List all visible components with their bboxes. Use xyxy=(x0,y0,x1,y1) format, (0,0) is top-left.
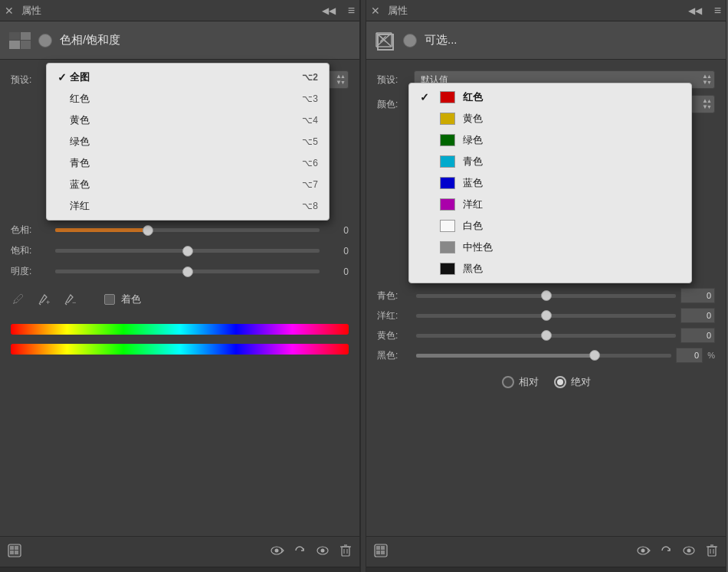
left-eye-arrow-icon[interactable] xyxy=(269,544,284,560)
svg-line-2 xyxy=(65,303,67,305)
cyan-track[interactable] xyxy=(416,294,676,298)
right-menu-icon[interactable]: ≡ xyxy=(714,4,721,18)
black-label: 黑色: xyxy=(377,349,412,362)
selective-icon xyxy=(375,32,395,49)
right-arrows-icon[interactable]: ◀◀ xyxy=(688,5,702,16)
brightness-track[interactable] xyxy=(55,270,320,273)
color-item-white[interactable]: 白色 xyxy=(409,215,691,237)
right-close-icon[interactable]: ✕ xyxy=(371,5,380,17)
yellow-slider-row: 黄色: xyxy=(377,328,715,343)
left-close-icon[interactable]: ✕ xyxy=(5,5,14,17)
color-label: 颜色: xyxy=(377,98,412,111)
svg-rect-30 xyxy=(708,547,716,556)
color-item-green[interactable]: 绿色 xyxy=(409,129,691,151)
black-input[interactable] xyxy=(676,348,703,363)
yellow-thumb[interactable] xyxy=(541,330,552,341)
sat-label: 饱和: xyxy=(11,244,49,257)
eyedropper-plus-icon[interactable]: + xyxy=(37,292,52,307)
panel-separator xyxy=(360,0,366,572)
eyedropper-icon[interactable]: 🖊 xyxy=(11,292,26,307)
right-trash-icon[interactable] xyxy=(706,544,718,561)
svg-text:+: + xyxy=(46,299,50,306)
cyan-label: 青色: xyxy=(377,289,412,302)
left-rotate-icon[interactable] xyxy=(293,544,306,560)
color-item-magenta[interactable]: 洋红 xyxy=(409,194,691,215)
hue-thumb[interactable] xyxy=(143,225,153,236)
left-filter-icon[interactable] xyxy=(8,544,21,561)
yellow-track[interactable] xyxy=(416,334,676,338)
relative-radio[interactable]: 相对 xyxy=(502,375,539,389)
svg-text:−: − xyxy=(72,299,76,306)
right-preset-arrow-icon: ▲▼ xyxy=(702,74,708,86)
dropdown-item-red[interactable]: 红色 ⌥3 xyxy=(47,88,329,109)
color-name: 洋红 xyxy=(463,198,483,211)
right-header-title: 可选... xyxy=(425,33,457,47)
dropdown-item-yellow[interactable]: 黄色 ⌥4 xyxy=(47,109,329,131)
dropdown-item-cyan[interactable]: 青色 ⌥6 xyxy=(47,152,329,174)
svg-rect-22 xyxy=(376,546,380,550)
dropdown-item-blue[interactable]: 蓝色 ⌥7 xyxy=(47,174,329,195)
dropdown-item-green[interactable]: 绿色 ⌥5 xyxy=(47,131,329,152)
color-item-cyan[interactable]: 青色 xyxy=(409,151,691,172)
eyedropper-minus-icon[interactable]: − xyxy=(63,292,78,307)
color-item-red[interactable]: ✓ 红色 xyxy=(409,87,691,108)
red-swatch xyxy=(440,91,455,103)
right-rotate-icon[interactable] xyxy=(660,544,672,560)
color-name: 中性色 xyxy=(463,240,493,254)
hue-rainbow-bar xyxy=(11,324,349,335)
sat-track[interactable] xyxy=(55,249,320,253)
yellow-label: 黄色: xyxy=(377,329,412,342)
left-panel-header: 色相/饱和度 xyxy=(0,21,359,60)
preset-label: 预设: xyxy=(11,74,41,87)
magenta-slider-row: 洋红: xyxy=(377,308,715,323)
left-menu-icon[interactable]: ≡ xyxy=(348,4,355,18)
svg-rect-13 xyxy=(342,547,349,556)
colorize-label: 着色 xyxy=(121,293,141,306)
right-filter-icon[interactable] xyxy=(374,544,388,561)
left-panel: ✕ 属性 ◀◀ ≡ 色相/饱和度 预设: 默认值 ▲▼ xyxy=(0,0,360,572)
black-slider-row: 黑色: % xyxy=(377,348,715,363)
dropdown-item-quanitu[interactable]: ✓ 全图 ⌥2 xyxy=(47,67,329,88)
check-icon: ✓ xyxy=(57,71,70,83)
color-item-neutral[interactable]: 中性色 xyxy=(409,237,691,258)
svg-point-12 xyxy=(321,548,325,552)
absolute-radio[interactable]: 绝对 xyxy=(554,375,591,389)
color-item-blue[interactable]: 蓝色 xyxy=(409,172,691,194)
dropdown-item-magenta[interactable]: 洋红 ⌥8 xyxy=(47,195,329,217)
black-thumb[interactable] xyxy=(589,350,600,361)
color-name: 白色 xyxy=(463,219,483,233)
colorize-checkbox[interactable] xyxy=(104,294,115,305)
cyan-slider-row: 青色: xyxy=(377,288,715,303)
right-scrollbar[interactable] xyxy=(366,567,726,572)
magenta-thumb[interactable] xyxy=(541,310,552,321)
magenta-track[interactable] xyxy=(416,314,676,318)
cyan-input[interactable] xyxy=(680,288,715,303)
color-name: 黄色 xyxy=(463,112,483,126)
color-item-black[interactable]: 黑色 xyxy=(409,258,691,279)
magenta-input[interactable] xyxy=(680,308,715,323)
shortcut: ⌥4 xyxy=(302,115,318,126)
hue-track[interactable] xyxy=(55,228,320,232)
left-scrollbar[interactable] xyxy=(0,567,359,572)
cyan-thumb[interactable] xyxy=(541,290,552,301)
shortcut: ⌥7 xyxy=(302,179,318,190)
yellow-input[interactable] xyxy=(680,328,715,343)
left-header-title: 色相/饱和度 xyxy=(60,33,120,47)
right-eye-icon[interactable] xyxy=(681,544,697,560)
left-eye-icon[interactable] xyxy=(315,544,330,560)
svg-rect-5 xyxy=(10,546,14,550)
green-swatch xyxy=(440,134,455,146)
black-track[interactable] xyxy=(416,354,671,358)
color-channel-arrow-icon: ▲▼ xyxy=(702,98,708,110)
left-arrows-icon[interactable]: ◀◀ xyxy=(322,5,336,16)
left-trash-icon[interactable] xyxy=(339,544,352,561)
color-name: 黑色 xyxy=(463,262,483,276)
svg-point-29 xyxy=(687,548,691,552)
color-name: 蓝色 xyxy=(463,176,483,190)
color-item-yellow[interactable]: 黄色 xyxy=(409,108,691,129)
brightness-thumb[interactable] xyxy=(182,266,193,277)
right-footer xyxy=(366,536,726,567)
sat-thumb[interactable] xyxy=(182,246,193,257)
relative-label: 相对 xyxy=(519,375,539,389)
right-eye-arrow-icon[interactable] xyxy=(635,544,651,560)
